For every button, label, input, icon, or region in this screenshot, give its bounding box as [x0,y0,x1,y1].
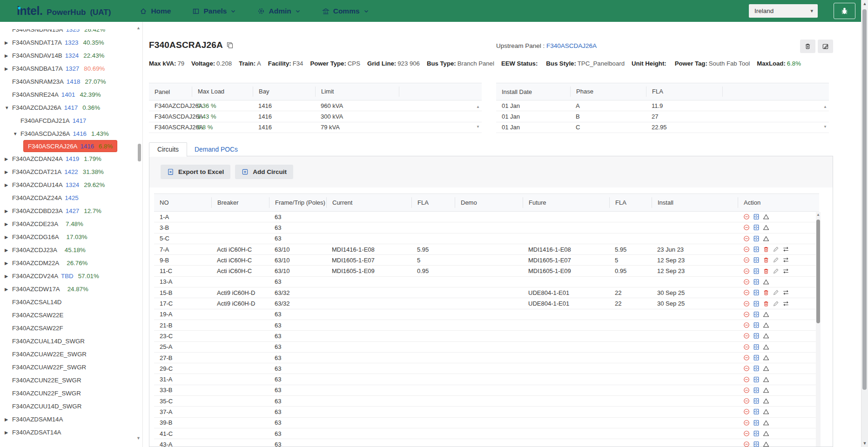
page-scrollbar[interactable]: ▲ ▼ [861,0,868,447]
rack-icon[interactable] [753,268,760,274]
rack-icon[interactable] [753,322,760,328]
swap-circuit-icon[interactable] [782,268,789,274]
edit-panel-button[interactable] [818,40,833,53]
circuits-scrollbar-thumb[interactable] [816,220,820,323]
warning-triangle-icon[interactable] [763,430,769,437]
rack-icon[interactable] [753,430,760,437]
tree-toggle-icon[interactable]: ▶ [5,234,12,240]
warning-triangle-icon[interactable] [763,322,769,328]
remove-circuit-icon[interactable] [743,430,750,437]
page-scroll-down-icon[interactable]: ▼ [861,441,868,446]
tab-demand-pocs[interactable]: Demand POCs [187,143,245,156]
debug-bug-button[interactable] [834,3,855,19]
table-scroll-up-icon[interactable]: ▲ [476,105,480,109]
remove-circuit-icon[interactable] [743,420,750,426]
sidebar-item[interactable]: F340ASCRAJ26A 1416 6.8% [23,140,117,152]
warning-triangle-icon[interactable] [763,441,769,447]
sidebar-item[interactable]: F340AZCUN22F_SWGR [0,387,88,400]
swap-circuit-icon[interactable] [782,257,789,263]
warning-triangle-icon[interactable] [763,420,769,426]
delete-circuit-icon[interactable] [763,300,769,307]
remove-circuit-icon[interactable] [743,257,750,263]
sidebar-item[interactable]: ▶ F340ASNDAV14B 1324 22.43% [0,49,104,62]
delete-circuit-icon[interactable] [763,257,769,263]
remove-circuit-icon[interactable] [743,344,750,350]
sidebar-item[interactable]: ▶ F340ASNDAT17A 1323 40.35% [0,36,104,49]
rack-icon[interactable] [753,246,760,253]
rack-icon[interactable] [753,257,760,263]
remove-circuit-icon[interactable] [743,268,750,274]
delete-panel-button[interactable] [800,40,815,53]
remove-circuit-icon[interactable] [743,224,750,231]
edit-circuit-icon[interactable] [773,268,779,274]
remove-circuit-icon[interactable] [743,235,750,242]
sidebar-item[interactable]: ▶ F340AZCDBD23A 1427 12.7% [0,204,101,217]
remove-circuit-icon[interactable] [743,333,750,339]
tab-circuits[interactable]: Circuits [149,142,187,157]
sidebar-item[interactable]: F340AZCSAL14D [0,295,69,308]
tree-toggle-icon[interactable]: ▶ [5,247,12,253]
rack-icon[interactable] [753,279,760,285]
sidebar-scroll-up-icon[interactable]: ▲ [136,26,141,30]
tree-toggle-icon[interactable]: ▼ [5,105,12,110]
rack-icon[interactable] [753,387,760,394]
tree-toggle-icon[interactable]: ▶ [5,430,12,435]
sidebar-item[interactable]: ▶ F340AZCDE23A 7.48% [0,217,83,230]
warning-triangle-icon[interactable] [763,333,769,339]
remove-circuit-icon[interactable] [743,322,750,328]
nav-item-panels[interactable]: Panels [192,7,236,15]
tree-toggle-icon[interactable]: ▶ [5,274,12,279]
sidebar-item[interactable]: F340AZCSAW22F [0,321,71,334]
tree-toggle-icon[interactable]: ▶ [5,208,12,213]
rack-icon[interactable] [753,354,760,361]
edit-circuit-icon[interactable] [773,246,779,253]
delete-circuit-icon[interactable] [763,268,769,274]
tree-toggle-icon[interactable]: ▶ [5,287,12,292]
warning-triangle-icon[interactable] [763,344,769,350]
warning-triangle-icon[interactable] [763,311,769,318]
warning-triangle-icon[interactable] [763,376,769,383]
tree-toggle-icon[interactable]: ▶ [5,40,12,45]
sidebar-item[interactable]: ▶ F340AZCDAN24A 1419 1.79% [0,152,101,165]
remove-circuit-icon[interactable] [743,441,750,447]
warning-triangle-icon[interactable] [763,213,769,220]
warning-triangle-icon[interactable] [763,398,769,404]
tree-toggle-icon[interactable]: ▶ [5,156,12,161]
warning-triangle-icon[interactable] [763,279,769,285]
rack-icon[interactable] [753,235,760,242]
sidebar-item[interactable]: ▶ F340AZDSAT14A [0,426,68,439]
rack-icon[interactable] [753,408,760,415]
sidebar-item[interactable]: F340ASNDAN15A 1325 26.42% [0,29,105,36]
tree-toggle-icon[interactable]: ▶ [5,260,12,266]
remove-circuit-icon[interactable] [743,300,750,307]
rack-icon[interactable] [753,311,760,318]
table-scroll-down-icon[interactable]: ▼ [823,125,827,129]
tree-toggle-icon[interactable]: ▶ [5,221,12,227]
sidebar-item[interactable]: ▶ F340AZCDAU14A 1324 29.62% [0,178,105,191]
rack-icon[interactable] [753,333,760,339]
sidebar-scroll-down-icon[interactable]: ▼ [136,436,141,440]
copy-icon[interactable] [226,41,234,49]
sidebar-item[interactable]: ▶ F340AZCDM22A 26.76% [0,256,87,269]
warning-triangle-icon[interactable] [763,235,769,242]
table-scroll-up-icon[interactable]: ▲ [823,105,827,109]
sidebar-item[interactable]: ▶ F340AZCDJ23A 45.18% [0,243,86,256]
remove-circuit-icon[interactable] [743,311,750,318]
remove-circuit-icon[interactable] [743,213,750,220]
remove-circuit-icon[interactable] [743,376,750,383]
remove-circuit-icon[interactable] [743,387,750,394]
remove-circuit-icon[interactable] [743,289,750,296]
sidebar-item[interactable]: ▶ F340AZCDW17A 24.87% [0,282,88,295]
remove-circuit-icon[interactable] [743,279,750,285]
sidebar-item[interactable]: F340AZCDAZ24A 1425 [0,191,83,204]
sidebar-item[interactable]: ▶ F340AZDSAM14A [0,413,70,426]
rack-icon[interactable] [753,420,760,426]
sidebar-item[interactable]: F340AFCDAJ21A 1417 [0,114,91,127]
delete-circuit-icon[interactable] [763,289,769,296]
table-scroll-down-icon[interactable]: ▼ [476,125,480,129]
sidebar-item[interactable]: F340ASNRE24A 1401 42.39% [0,88,101,101]
sidebar-item[interactable]: ▶ F340AZCDG16A 17.03% [0,230,87,243]
nav-item-admin[interactable]: Admin [257,7,300,15]
rack-icon[interactable] [753,376,760,383]
sidebar-item[interactable]: ▶ F340AZCDV24A TBD 57.01% [0,269,99,282]
